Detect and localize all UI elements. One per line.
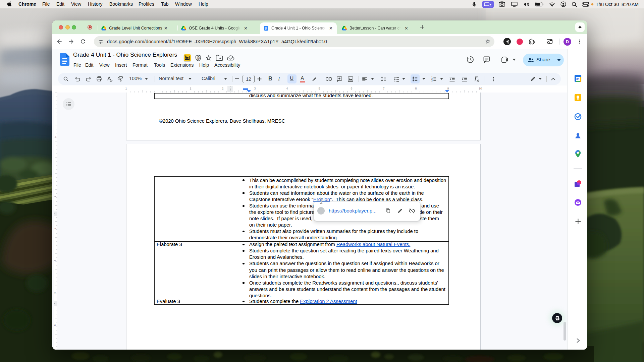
svg-text:7: 7 xyxy=(383,87,384,90)
svg-text:6: 6 xyxy=(351,87,352,90)
svg-text:3: 3 xyxy=(431,79,433,82)
svg-text:1: 1 xyxy=(125,87,127,90)
svg-text:8: 8 xyxy=(415,87,417,90)
svg-text:4: 4 xyxy=(54,292,56,294)
svg-text:@: @ xyxy=(197,56,200,60)
svg-text:3: 3 xyxy=(54,260,56,261)
svg-text:5: 5 xyxy=(54,324,56,326)
svg-text:2: 2 xyxy=(222,87,223,90)
svg-text:1: 1 xyxy=(190,87,191,90)
svg-text:9: 9 xyxy=(447,87,449,90)
svg-text:31: 31 xyxy=(576,77,580,81)
svg-text:5: 5 xyxy=(318,87,320,90)
svg-text:10: 10 xyxy=(479,87,482,90)
svg-text:2: 2 xyxy=(54,228,56,229)
svg-text:3: 3 xyxy=(254,87,256,90)
svg-text:1: 1 xyxy=(54,195,56,197)
svg-text:4: 4 xyxy=(286,87,288,90)
svg-text:1: 1 xyxy=(54,136,56,138)
